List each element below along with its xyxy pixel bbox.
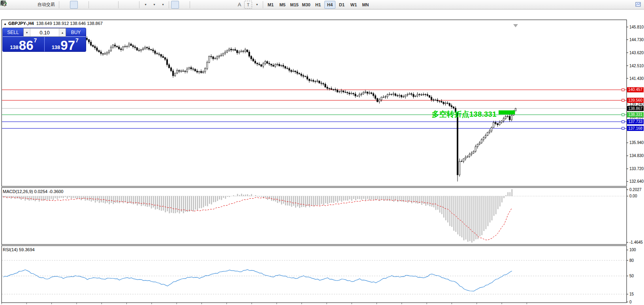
candle-body	[387, 95, 388, 97]
candle-body	[94, 46, 96, 48]
candle-body	[399, 95, 400, 96]
buy-price-button[interactable]: 138 97 7	[45, 37, 86, 52]
toolbar-separator	[89, 1, 89, 8]
candle-body	[89, 40, 90, 42]
chart-shift-icon[interactable]	[129, 1, 137, 9]
candle-body	[327, 87, 328, 88]
candle-body	[86, 38, 87, 40]
candle-body	[222, 53, 224, 55]
price-line-handle[interactable]	[622, 99, 624, 102]
timeframe-button-m1[interactable]: M1	[265, 1, 276, 9]
candle-body	[128, 44, 130, 46]
candle-body	[314, 81, 316, 82]
candle-body	[411, 94, 412, 95]
tile-windows-icon[interactable]	[108, 1, 116, 9]
candle-body	[241, 51, 242, 52]
candle-body	[179, 70, 180, 71]
price-line-handle[interactable]	[622, 127, 624, 129]
green-zone-annotation[interactable]	[499, 110, 515, 114]
candlestick-chart-type-icon[interactable]	[70, 1, 78, 9]
price-line-handle[interactable]	[622, 121, 624, 123]
market-watch-icon[interactable]	[18, 1, 26, 9]
new-order-icon[interactable]	[9, 1, 17, 9]
price-axis-tick-label: 134.830	[629, 153, 644, 158]
candle-body	[134, 47, 136, 47]
lot-increase-button[interactable]: ▴	[59, 28, 66, 36]
toolbar-separator	[118, 1, 119, 8]
candle-body	[391, 94, 392, 95]
sell-price-sup: 7	[34, 38, 37, 43]
candle-body	[361, 94, 362, 95]
indicators-button[interactable]: ▾	[159, 1, 167, 9]
timeframe-button-m15[interactable]: M15	[289, 1, 300, 9]
candle-body	[373, 94, 374, 96]
candle-body	[291, 70, 292, 72]
candle-body	[357, 96, 358, 97]
lot-size-value[interactable]: 0.10	[30, 28, 59, 36]
candle-body	[277, 64, 278, 64]
vertical-line-tool-icon[interactable]	[192, 1, 200, 9]
chart-properties-icon[interactable]	[635, 1, 642, 9]
macd-axis-tick-label: 0.2027	[629, 188, 642, 192]
chart-canvas[interactable]: 多空转折点138.331145.810144.730143.620142.510…	[0, 9, 644, 305]
autotrading-button[interactable]: 自动交易	[36, 1, 57, 9]
timeframe-button-mn[interactable]: MN	[360, 1, 371, 9]
candle-body	[100, 52, 102, 53]
timeframe-button-d1[interactable]: D1	[336, 1, 347, 9]
horizontal-line-tool-icon[interactable]	[201, 1, 209, 9]
bar-chart-type-icon[interactable]	[61, 1, 69, 9]
candle-body	[271, 64, 272, 65]
candle-body	[419, 94, 420, 95]
price-line-handle[interactable]	[622, 114, 624, 116]
timeframe-button-m30[interactable]: M30	[301, 1, 312, 9]
candle-body	[158, 54, 160, 54]
chart-forward-icon[interactable]	[121, 1, 128, 9]
periods-button[interactable]: ▾	[150, 1, 158, 9]
timeframe-button-w1[interactable]: W1	[348, 1, 359, 9]
timeframe-button-m5[interactable]: M5	[277, 1, 288, 9]
candle-body	[491, 127, 492, 131]
new-chart-button[interactable]: ▾	[141, 1, 149, 9]
arrows-tool-icon[interactable]: ▾	[253, 1, 261, 9]
candle-body	[269, 63, 270, 64]
candle-body	[168, 64, 169, 68]
sell-price-button[interactable]: 138 86 7	[3, 37, 45, 52]
candle-body	[345, 92, 346, 92]
price-line-handle[interactable]	[622, 89, 624, 91]
candle-body	[377, 99, 378, 102]
panel-frame	[2, 20, 627, 186]
text-label-tool-icon[interactable]: T	[244, 1, 252, 9]
line-chart-type-icon[interactable]	[79, 1, 87, 9]
buy-button[interactable]: BUY	[66, 28, 86, 37]
candle-body	[453, 107, 454, 108]
candle-body	[145, 47, 146, 49]
chart-window[interactable]: 多空转折点138.331145.810144.730143.620142.510…	[0, 9, 644, 305]
candle-body	[112, 45, 113, 47]
cursor-tool-icon[interactable]	[171, 1, 179, 9]
timeframe-button-h1[interactable]: H1	[313, 1, 324, 9]
timeframe-button-h4[interactable]: H4	[324, 1, 335, 9]
rsi-axis-tick-label: 0	[629, 300, 632, 304]
buy-price-main: 97	[60, 40, 75, 51]
candle-body	[217, 57, 218, 59]
sell-button[interactable]: SELL	[3, 28, 23, 37]
candle-body	[249, 52, 250, 56]
zoom-out-icon[interactable]	[100, 1, 107, 9]
equidistant-channel-tool-icon[interactable]: E	[218, 1, 226, 9]
navigator-icon[interactable]	[27, 1, 35, 9]
autotrading-label: 自动交易	[38, 2, 55, 8]
zoom-in-icon[interactable]	[91, 1, 99, 9]
candle-body	[250, 56, 252, 59]
trendline-tool-icon[interactable]	[209, 1, 217, 9]
candle-body	[469, 154, 470, 156]
collapse-icon[interactable]: ▲	[4, 22, 7, 26]
text-tool-icon[interactable]: A	[235, 1, 243, 9]
candle-body	[92, 45, 94, 46]
pivot-annotation-text[interactable]: 多空转折点138.331	[432, 110, 497, 118]
candle-body	[301, 74, 302, 76]
candle-body	[463, 159, 464, 161]
fibonacci-tool-icon[interactable]: F	[227, 1, 235, 9]
lot-decrease-button[interactable]: ▾	[24, 28, 30, 36]
crosshair-tool-icon[interactable]	[180, 1, 188, 9]
candle-body	[369, 93, 370, 94]
